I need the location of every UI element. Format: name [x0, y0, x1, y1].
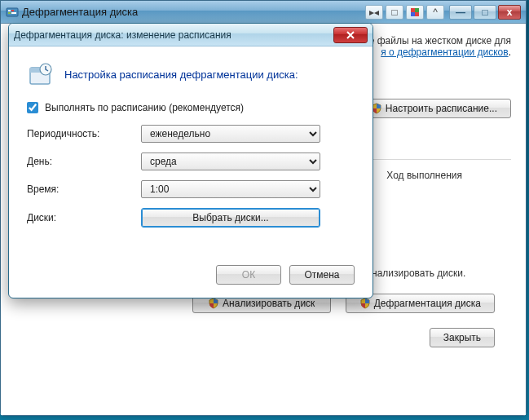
- svg-rect-4: [11, 12, 16, 14]
- modal-title: Дефрагментация диска: изменение расписан…: [14, 29, 333, 41]
- time-label: Время:: [27, 183, 141, 195]
- shield-icon: [208, 298, 219, 309]
- svg-rect-3: [8, 12, 11, 14]
- modal-close-button[interactable]: [333, 27, 368, 43]
- defrag-info-link[interactable]: я о дефрагментации дисков: [381, 46, 508, 58]
- svg-rect-1: [8, 10, 11, 11]
- ok-button[interactable]: ОК: [216, 265, 281, 285]
- app-icon: [6, 6, 19, 19]
- titlebar-flag-icon[interactable]: ▸◂: [365, 5, 383, 20]
- configure-schedule-button[interactable]: Настроить расписание...: [357, 99, 511, 118]
- day-label: День:: [27, 156, 141, 167]
- close-window-button[interactable]: x: [498, 5, 521, 20]
- select-disks-button[interactable]: Выбрать диски...: [141, 208, 320, 228]
- modal-heading: Настройка расписания дефрагментации диск…: [64, 69, 298, 81]
- modal-titlebar: Дефрагментация диска: изменение расписан…: [9, 24, 373, 46]
- shield-icon: [359, 298, 371, 309]
- disks-label: Диски:: [27, 212, 141, 223]
- day-select[interactable]: среда: [141, 153, 320, 170]
- header-description: е файлы на жестком диске для: [369, 35, 511, 46]
- checkbox-label: Выполнять по расписанию (рекомендуется): [45, 102, 244, 113]
- window-controls: — □ x: [449, 5, 521, 20]
- schedule-modal: Дефрагментация диска: изменение расписан…: [8, 23, 373, 298]
- maximize-button[interactable]: □: [474, 5, 496, 20]
- time-select[interactable]: 1:00: [141, 180, 320, 198]
- minimize-button[interactable]: —: [449, 5, 472, 20]
- main-window-title: Дефрагментация диска: [22, 6, 365, 18]
- titlebar-chevron-up-icon[interactable]: ^: [426, 5, 444, 20]
- close-button[interactable]: Закрыть: [430, 328, 495, 347]
- svg-rect-2: [11, 10, 14, 11]
- modal-body: Настройка расписания дефрагментации диск…: [9, 46, 373, 298]
- svg-rect-7: [411, 12, 415, 16]
- frequency-select[interactable]: еженедельно: [141, 125, 320, 143]
- run-on-schedule-checkbox[interactable]: [27, 102, 38, 113]
- titlebar-color-icon[interactable]: [406, 5, 424, 20]
- svg-rect-6: [415, 8, 419, 12]
- frequency-label: Периодичность:: [27, 128, 141, 139]
- titlebar-extra-icons: ▸◂ □ ^: [365, 5, 444, 20]
- main-titlebar: Дефрагментация диска ▸◂ □ ^ — □ x: [1, 1, 526, 24]
- calendar-clock-icon: [27, 61, 53, 87]
- titlebar-square-icon[interactable]: □: [386, 5, 403, 20]
- cancel-button[interactable]: Отмена: [289, 265, 355, 285]
